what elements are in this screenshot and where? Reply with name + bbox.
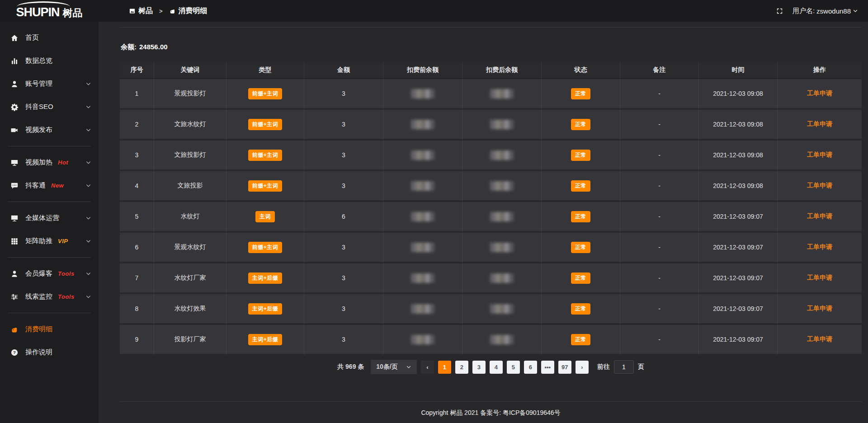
cell-index: 5	[120, 202, 154, 233]
username-value: zswodun88	[816, 7, 851, 15]
status-badge: 正常	[571, 88, 590, 99]
sidebar-item-gear[interactable]: 抖音SEO	[0, 95, 99, 118]
page-button-4[interactable]: 4	[490, 361, 503, 374]
cell-pre-balance	[383, 79, 462, 110]
cell-keyword: 景观水纹灯	[154, 233, 226, 263]
sidebar-item-grid[interactable]: 矩阵助推VIP	[0, 230, 99, 253]
cell-post-balance	[462, 110, 542, 141]
cell-time: 2021-12-03 09:08	[699, 110, 778, 141]
ticket-request-link[interactable]: 工单申请	[807, 182, 832, 189]
sidebar-item-tag: Tools	[58, 270, 75, 277]
sidebar-item-label: 视频发布	[25, 126, 52, 134]
status-badge: 正常	[571, 180, 590, 192]
next-page-button[interactable]: ›	[576, 361, 589, 374]
cell-status: 正常	[542, 294, 620, 325]
cell-post-balance	[462, 202, 542, 233]
chevron-down-icon	[85, 271, 91, 277]
cell-post-balance	[462, 141, 542, 171]
masked-balance-value	[411, 89, 434, 99]
breadcrumb-label: 树品	[138, 6, 153, 16]
status-badge: 前缀+主词	[248, 119, 283, 130]
sidebar-item-label: 操作说明	[25, 348, 52, 357]
cell-type: 前缀+主词	[226, 141, 304, 171]
page-button-5[interactable]: 5	[507, 361, 520, 374]
sidebar-item-member[interactable]: 会员爆客Tools	[0, 262, 99, 285]
cell-action: 工单申请	[778, 294, 862, 325]
page-button-97[interactable]: 97	[558, 361, 571, 374]
page-button-6[interactable]: 6	[524, 361, 537, 374]
table-row: 4文旅投影前缀+主词3正常-2021-12-03 09:08工单申请	[120, 171, 862, 202]
masked-balance-value	[490, 243, 514, 252]
chevron-down-icon	[85, 183, 91, 188]
masked-balance-value	[411, 181, 434, 191]
cell-status: 正常	[542, 171, 620, 202]
sidebar-item-video[interactable]: 视频发布	[0, 118, 99, 141]
sidebar-item-spend[interactable]: 消费明细	[0, 318, 99, 341]
cell-remark: -	[620, 110, 699, 141]
sidebar-item-label: 账号管理	[25, 80, 52, 88]
sidebar-item-chat[interactable]: 抖客通New	[0, 174, 99, 197]
cell-type: 主词	[226, 202, 304, 233]
sidebar-item-home[interactable]: 首页	[0, 26, 99, 49]
status-badge: 主词+后缀	[248, 303, 283, 315]
page-button-3[interactable]: 3	[472, 361, 486, 374]
cell-remark: -	[620, 294, 699, 325]
logo-arc-decoration	[17, 1, 70, 7]
breadcrumb-item[interactable]: 树品	[129, 6, 153, 16]
cell-amount: 3	[304, 233, 383, 263]
ticket-request-link[interactable]: 工单申请	[807, 151, 832, 158]
cell-pre-balance	[383, 325, 462, 356]
prev-page-button[interactable]: ‹	[421, 361, 434, 374]
sidebar-divider	[8, 313, 91, 313]
balance-label: 余额:	[121, 43, 137, 51]
sidebar-item-screen[interactable]: 视频加热Hot	[0, 151, 99, 174]
goto-page-input[interactable]	[614, 360, 634, 374]
status-badge: 前缀+主词	[248, 88, 283, 99]
ticket-request-link[interactable]: 工单申请	[807, 335, 832, 343]
sidebar-item-user[interactable]: 账号管理	[0, 72, 99, 95]
user-menu[interactable]: 用户名: zswodun88	[793, 7, 858, 15]
page-size-select[interactable]: 10条/页	[371, 360, 416, 374]
table-row: 5水纹灯主词6正常-2021-12-03 09:07工单申请	[120, 202, 862, 233]
balance-value: 24856.00	[139, 43, 168, 51]
sidebar-item-question[interactable]: ?操作说明	[0, 341, 99, 364]
cell-index: 6	[120, 233, 154, 263]
cell-remark: -	[620, 233, 699, 263]
cell-post-balance	[462, 233, 542, 263]
status-badge: 正常	[571, 211, 590, 222]
sidebar-item-monitor[interactable]: 全媒体运营	[0, 207, 99, 230]
cell-type: 主词+后缀	[226, 294, 304, 325]
ticket-request-link[interactable]: 工单申请	[807, 305, 832, 312]
ticket-request-link[interactable]: 工单申请	[807, 243, 832, 250]
sidebar-item-label: 抖客通	[25, 181, 46, 190]
monitor-icon	[10, 214, 19, 222]
sidebar-item-tag: New	[51, 182, 64, 189]
sidebar-item-bar-chart[interactable]: 数据总览	[0, 49, 99, 72]
cell-time: 2021-12-03 09:08	[699, 79, 778, 110]
chevron-down-icon	[853, 7, 858, 15]
status-badge: 正常	[571, 242, 590, 253]
masked-balance-value	[490, 212, 514, 221]
page-button-1[interactable]: 1	[438, 361, 451, 374]
page-button-2[interactable]: 2	[455, 361, 468, 374]
cell-keyword: 投影灯厂家	[154, 325, 226, 356]
ticket-request-link[interactable]: 工单申请	[807, 274, 832, 281]
ticket-request-link[interactable]: 工单申请	[807, 212, 832, 220]
status-badge: 主词+后缀	[248, 334, 283, 345]
cell-remark: -	[620, 202, 699, 233]
cell-status: 正常	[542, 79, 620, 110]
breadcrumb-item[interactable]: 消费明细	[169, 6, 208, 16]
cell-keyword: 景观投影灯	[154, 79, 226, 110]
column-header: 扣费前余额	[383, 62, 462, 79]
ticket-request-link[interactable]: 工单申请	[807, 89, 832, 97]
sidebar-item-label: 会员爆客	[25, 269, 52, 278]
cell-keyword: 水纹灯厂家	[154, 263, 226, 294]
sidebar-item-sliders[interactable]: 线索监控Tools	[0, 285, 99, 308]
column-header: 状态	[542, 62, 620, 79]
more-pages-button[interactable]: •••	[541, 361, 554, 374]
fullscreen-icon[interactable]	[776, 7, 783, 15]
cell-amount: 3	[304, 263, 383, 294]
cell-type: 前缀+主词	[226, 79, 304, 110]
table-row: 2文旅水纹灯前缀+主词3正常-2021-12-03 09:08工单申请	[120, 110, 862, 141]
ticket-request-link[interactable]: 工单申请	[807, 120, 832, 127]
